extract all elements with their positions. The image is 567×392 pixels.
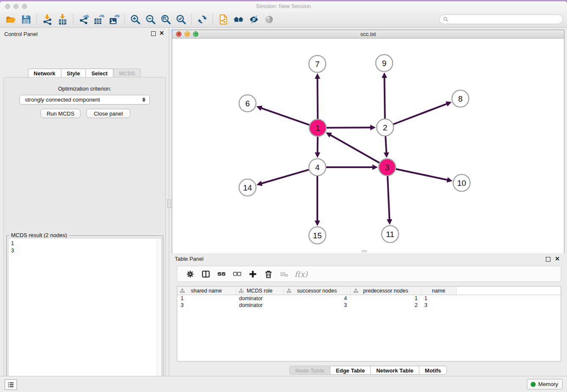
toolbar-separator [124, 14, 125, 25]
import-network-button[interactable] [40, 13, 55, 26]
table-panel-title: Table Panel [175, 256, 204, 262]
tab-network-table[interactable]: Network Table [371, 366, 419, 375]
table-cell[interactable]: 2 [350, 302, 421, 309]
table-cell-empty [456, 295, 561, 302]
window-title: Session: New Session [0, 3, 567, 9]
refresh-layout-button[interactable] [195, 13, 210, 26]
table-cell[interactable]: 1 [177, 295, 236, 302]
graph-edge-2-8[interactable] [394, 104, 448, 124]
tab-style[interactable]: Style [61, 69, 86, 77]
save-session-button[interactable] [19, 13, 34, 26]
table-cell[interactable]: 1 [421, 295, 456, 302]
export-image-button[interactable] [107, 13, 122, 26]
zoom-out-button[interactable] [143, 13, 158, 26]
control-panel: Control Panel ✕ Network Style Select MCD… [0, 28, 169, 378]
table-cell[interactable]: dominator [236, 302, 284, 309]
zoom-in-button[interactable] [128, 13, 143, 26]
table-cell[interactable]: 4 [284, 295, 350, 302]
checked-boxes-icon [217, 270, 226, 279]
network-canvas[interactable]: 1234678910111415 [172, 39, 564, 253]
toolbar-separator [73, 14, 74, 25]
table-cell[interactable]: dominator [236, 295, 284, 302]
create-column-button[interactable] [245, 268, 261, 280]
optimization-criterion-select[interactable]: strongly connected component [19, 95, 150, 105]
graph-edge-2-9[interactable] [384, 77, 385, 119]
search-input[interactable] [451, 15, 562, 24]
tab-motifs[interactable]: Motifs [419, 366, 447, 375]
main-toolbar [0, 11, 567, 28]
graph-edge-arrowhead [315, 221, 320, 226]
network-window-titlebar[interactable]: ✕ − + scc.txt [172, 30, 564, 39]
clone-network-button[interactable] [216, 13, 231, 26]
table-cell[interactable]: 1 [350, 295, 421, 302]
tab-node-table[interactable]: Node Table [289, 366, 330, 375]
graph-edge-1-6[interactable] [261, 108, 309, 125]
graph-edge-2-3[interactable] [385, 136, 386, 153]
graph-edge-1-7[interactable] [317, 78, 318, 119]
float-table-panel-icon[interactable] [546, 257, 550, 262]
open-session-button[interactable] [3, 13, 19, 26]
export-table-button[interactable] [91, 13, 107, 26]
plus-icon [248, 270, 257, 279]
graph-edge-3-11[interactable] [388, 176, 390, 220]
graph-edge-3-10[interactable] [396, 169, 448, 180]
graph-edge-4-14[interactable] [261, 170, 309, 184]
network-window: ✕ − + scc.txt 1234678910111415 [172, 30, 564, 253]
gear-icon [186, 270, 195, 279]
export-network-button[interactable] [76, 13, 91, 26]
zoom-selected-button[interactable] [173, 13, 189, 26]
close-panel-icon[interactable]: ✕ [159, 30, 164, 36]
column-header-empty [456, 287, 561, 295]
task-history-button[interactable] [5, 379, 17, 390]
run-mcds-button[interactable]: Run MCDS [41, 109, 80, 118]
graph-node-label-10: 10 [457, 179, 466, 188]
graph-edge-arrowhead [256, 181, 262, 186]
appearance-button[interactable] [261, 13, 277, 26]
table-settings-button[interactable] [182, 268, 198, 280]
table-cell[interactable]: 3 [421, 302, 456, 309]
close-panel-button[interactable]: Close panel [86, 109, 130, 118]
column-header-successor-nodes[interactable]: successor nodes [284, 287, 350, 295]
panel-divider-grip[interactable] [167, 199, 171, 208]
column-layout-button[interactable] [198, 268, 214, 280]
search-box[interactable] [439, 14, 563, 24]
graph-node-label-3: 3 [385, 163, 390, 172]
network-table-divider-grip[interactable] [362, 250, 367, 252]
deselect-all-columns-button[interactable] [229, 268, 245, 280]
control-panel-title: Control Panel [4, 31, 38, 37]
window-titlebar: Session: New Session [0, 1, 567, 12]
graph-edge-3-1[interactable] [330, 135, 380, 163]
graph-node-label-1: 1 [316, 124, 320, 133]
mcds-result-text[interactable]: 1 3 [8, 238, 162, 392]
delete-column-button[interactable] [261, 268, 276, 280]
zoom-fit-button[interactable] [158, 13, 173, 26]
tab-mcds[interactable]: MCDS [113, 69, 141, 77]
graph-edge-arrowhead [382, 72, 387, 78]
tab-select[interactable]: Select [86, 69, 113, 77]
graph-node-label-9: 9 [382, 59, 387, 68]
column-header-name[interactable]: name [421, 287, 456, 295]
clone-network-icon [218, 14, 229, 25]
tab-network[interactable]: Network [28, 69, 61, 77]
close-table-panel-icon[interactable]: ✕ [555, 255, 560, 262]
column-header-shared-name[interactable]: shared name [177, 287, 236, 295]
node-table[interactable]: shared name MCDS role successor nodes pr… [177, 286, 561, 362]
import-table-button[interactable] [55, 13, 70, 26]
graph-node-label-15: 15 [313, 231, 322, 240]
tab-edge-table[interactable]: Edge Table [330, 366, 371, 375]
table-cell[interactable]: 3 [284, 302, 350, 309]
graph-node-label-6: 6 [245, 99, 250, 108]
column-header-predecessor-nodes[interactable]: predecessor nodes [350, 287, 421, 295]
table-cell[interactable]: 3 [177, 302, 236, 309]
show-networks-button[interactable] [231, 13, 246, 26]
select-all-columns-button[interactable] [214, 268, 229, 280]
table-row[interactable]: 1dominator411 [177, 295, 561, 302]
table-row[interactable]: 3dominator323 [177, 302, 561, 309]
memory-button[interactable]: Memory [527, 379, 563, 389]
column-header-mcds-role[interactable]: MCDS role [236, 287, 284, 295]
result-scrollbar[interactable] [157, 238, 161, 392]
graph-edge-1-2[interactable] [327, 127, 371, 128]
optimization-criterion-label: Optimization criterion: [4, 86, 165, 92]
float-panel-icon[interactable] [151, 31, 156, 36]
hide-elements-button[interactable] [246, 13, 261, 26]
